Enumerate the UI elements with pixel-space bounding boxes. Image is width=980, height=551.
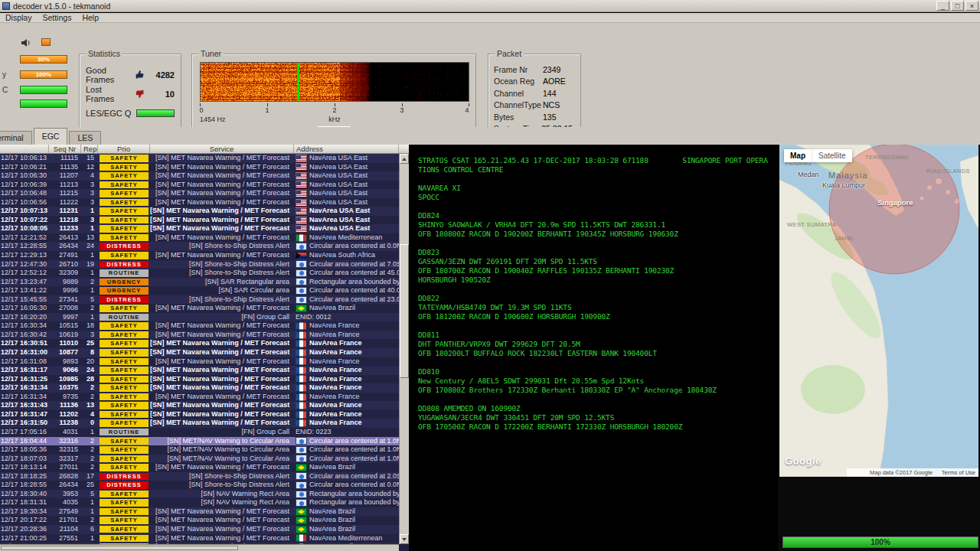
egc-table-row[interactable]: 12/17 16:20:2099971ROUTINE[FN] Group Cal… — [0, 313, 399, 322]
egc-table-row[interactable]: 12/17 12:29:13274911SAFETY[SN] MET Navar… — [0, 251, 399, 260]
header-seq-nr[interactable]: Seq Nr — [49, 145, 81, 153]
horizontal-scrollbar[interactable] — [0, 544, 399, 551]
cell-address: Circular area centered at 1.0N,10... — [294, 445, 399, 455]
menu-settings[interactable]: Settings — [37, 13, 77, 22]
egc-table-row[interactable]: 12/17 18:07:03323172SAFETY[SN] MET/NAV W… — [0, 455, 399, 464]
priority-badge: DISTRESS — [100, 296, 149, 304]
header-prio[interactable]: Prio — [98, 145, 150, 153]
egc-table-row[interactable]: 12/17 18:28:552643425DISTRESS[SN] Shore-… — [0, 481, 399, 490]
egc-table-row[interactable]: 12/17 15:45:55273415DISTRESS[SN] Shore-t… — [0, 295, 399, 305]
flag-icon-us — [296, 190, 307, 197]
cell-time: 12/17 10:06:56 — [0, 198, 49, 207]
egc-table-row[interactable]: 12/17 18:05:36323152SAFETY[SN] MET/NAV W… — [0, 445, 399, 455]
cell-address: NavArea USA East — [294, 181, 399, 190]
cell-service: [SN] MET/NAV Warning to Circular Area — [150, 437, 294, 446]
cell-rep: 20 — [81, 357, 98, 367]
egc-table-row[interactable]: 12/17 18:30:4039535SAFETY[SN] NAV Warnin… — [0, 490, 399, 499]
egc-table-row[interactable]: 12/17 17:05:1640311ROUTINE[FN] Group Cal… — [0, 428, 399, 437]
close-button[interactable]: × — [965, 1, 978, 11]
cell-prio: DISTRESS — [98, 242, 150, 251]
egc-table-row[interactable]: 12/17 16:05:30270082SAFETY[SN] MET Navar… — [0, 304, 399, 313]
cell-time: 12/17 12:29:13 — [0, 251, 49, 260]
vertical-scrollbar[interactable] — [399, 154, 409, 544]
spectrum-display[interactable] — [200, 62, 469, 102]
tab-terminal[interactable]: Terminal — [0, 131, 32, 145]
egc-table-row[interactable]: 12/17 10:08:05112331SAFETY[SN] MET Navar… — [0, 224, 399, 233]
tab-egc[interactable]: EGC — [34, 128, 68, 145]
egc-table-row[interactable]: 12/17 10:06:39112133SAFETY[SN] MET Navar… — [0, 181, 399, 190]
menu-display[interactable]: Display — [0, 13, 37, 22]
cell-prio: SAFETY — [98, 189, 150, 198]
egc-table-row[interactable]: 12/17 10:06:48112153SAFETY[SN] MET Navar… — [0, 189, 399, 198]
egc-table-row[interactable]: 12/17 16:31:251098528SAFETY[SN] MET Nava… — [0, 375, 399, 384]
tab-les[interactable]: LES — [69, 131, 101, 145]
egc-table-row[interactable]: 12/17 19:30:34275491SAFETY[SN] MET Navar… — [0, 507, 399, 517]
priority-badge: SAFETY — [100, 340, 149, 347]
cell-seq: 9066 — [49, 366, 81, 375]
egc-table-row[interactable]: 12/17 10:06:211113512SAFETY[SN] MET Nava… — [0, 163, 399, 172]
egc-table-row[interactable]: 12/17 13:41:2299961URGENCY[SN] SAR Circu… — [0, 286, 399, 295]
scrollbar-thumb[interactable] — [400, 244, 409, 378]
egc-table-row[interactable]: 12/17 16:31:47112024SAFETY[SN] MET Navar… — [0, 410, 399, 419]
flag-icon-us — [296, 207, 307, 215]
egc-table-row[interactable]: 12/17 10:06:131111515SAFETY[SN] MET Nava… — [0, 154, 399, 163]
egc-table-row[interactable]: 12/17 12:28:552643424DISTRESS[SN] Shore-… — [0, 242, 399, 251]
egc-table-row[interactable]: 12/17 13:23:4798892URGENCY[SN] SAR Recta… — [0, 278, 399, 287]
header-address[interactable]: Address — [294, 145, 399, 153]
cell-rep: 2 — [81, 304, 98, 313]
minimize-button[interactable]: _ — [936, 1, 949, 11]
egc-table-row[interactable]: 12/17 20:17:22217012SAFETY[SN] MET Navar… — [0, 516, 399, 525]
map-type-control: Map Satellite — [784, 149, 852, 162]
scroll-up-button[interactable] — [400, 154, 409, 164]
google-logo[interactable]: Google — [785, 455, 822, 467]
egc-table-row[interactable]: 12/17 16:30:42106193SAFETY[SN] MET Navar… — [0, 331, 399, 340]
satellite-button[interactable]: Satellite — [812, 149, 852, 162]
cell-service: [SN] MET Navarea Warning / MET Forecast — [150, 251, 294, 260]
egc-table-row[interactable]: 12/17 10:06:30112074SAFETY[SN] MET Navar… — [0, 171, 399, 181]
egc-table-row[interactable]: 12/17 10:07:22112183SAFETY[SN] MET Navar… — [0, 216, 399, 225]
egc-table-row[interactable]: 12/17 18:13:14270112SAFETY[SN] MET Navar… — [0, 463, 399, 472]
header-service[interactable]: Service — [150, 145, 294, 153]
egc-table-row[interactable]: 12/17 20:28:36211046SAFETY[SN] MET Navar… — [0, 525, 399, 534]
egc-table-row[interactable]: 12/17 16:30:511101025SAFETY[SN] MET Nava… — [0, 339, 399, 348]
menu-help[interactable]: Help — [77, 13, 104, 22]
egc-table-row[interactable]: 12/17 18:04:44323162SAFETY[SN] MET/NAV W… — [0, 437, 399, 446]
egc-table-row[interactable]: 12/17 18:18:252682817DISTRESS[SN] Shore-… — [0, 472, 399, 481]
volume-slider[interactable]: 30% — [20, 55, 67, 64]
egc-table-row[interactable]: 12/17 12:47:302671019DISTRESS[SN] Shore-… — [0, 260, 399, 269]
egc-table-row[interactable]: 12/17 12:52:12323091ROUTINE[SN] Shore-to… — [0, 269, 399, 278]
egc-table-row[interactable]: 12/17 16:30:341051518SAFETY[SN] MET Nava… — [0, 321, 399, 331]
quality-slider[interactable]: 100% — [20, 70, 67, 79]
packet-frame-nr: Frame Nr2349 — [488, 64, 580, 76]
scroll-down-button[interactable] — [400, 534, 409, 544]
egc-table-row[interactable]: 12/17 16:31:431113613SAFETY[SN] MET Nava… — [0, 401, 399, 410]
egc-table-row[interactable]: 12/17 16:31:17906624SAFETY[SN] MET Navar… — [0, 366, 399, 375]
maximize-button[interactable]: □ — [951, 1, 964, 11]
cell-time: 12/17 18:18:25 — [0, 472, 49, 481]
egc-table-row[interactable]: 12/17 16:31:3497352SAFETY[SN] MET Navare… — [0, 393, 399, 402]
map-panel[interactable]: KEDAHPENANGTERENGGANUMedanMalaysiaKuala … — [779, 145, 978, 477]
hscrollbar-thumb[interactable] — [1, 546, 238, 550]
egc-table-row[interactable]: 12/17 10:07:13112311SAFETY[SN] MET Navar… — [0, 207, 399, 216]
cell-address: NavArea USA East — [294, 163, 399, 172]
terms-link[interactable]: Terms of Use — [942, 469, 975, 476]
egc-table-row[interactable]: 12/17 10:06:56112223SAFETY[SN] MET Navar… — [0, 198, 399, 207]
map-button[interactable]: Map — [784, 149, 812, 162]
egc-table-row[interactable]: 12/17 16:31:50112380SAFETY[SN] MET Navar… — [0, 419, 399, 428]
egc-table-row[interactable]: 12/17 12:21:522641313SAFETY[SN] MET Nava… — [0, 233, 399, 243]
egc-table-row[interactable]: 12/17 18:31:3140351SAFETY[SN] NAV Warnin… — [0, 498, 399, 507]
header-rep[interactable]: Rep — [81, 145, 98, 153]
speaker-icon[interactable] — [20, 37, 32, 52]
flag-icon-it — [296, 534, 307, 542]
cell-seq: 9997 — [49, 313, 81, 322]
cell-prio: DISTRESS — [98, 295, 150, 305]
header-time[interactable] — [0, 145, 49, 153]
cell-seq: 3953 — [49, 490, 81, 499]
cell-rep: 28 — [81, 375, 98, 384]
egc-table-row[interactable]: 12/17 21:00:25275511SAFETY[SN] MET Navar… — [0, 534, 399, 543]
egc-table-row[interactable]: 12/17 16:31:00108778SAFETY[SN] MET Navar… — [0, 348, 399, 357]
area-icon — [296, 499, 307, 507]
egc-table-row[interactable]: 12/17 16:31:34103752SAFETY[SN] MET Navar… — [0, 383, 399, 393]
spectrum-canvas[interactable] — [201, 63, 469, 101]
egc-table-row[interactable]: 12/17 16:31:08989320SAFETY[SN] MET Navar… — [0, 357, 399, 367]
